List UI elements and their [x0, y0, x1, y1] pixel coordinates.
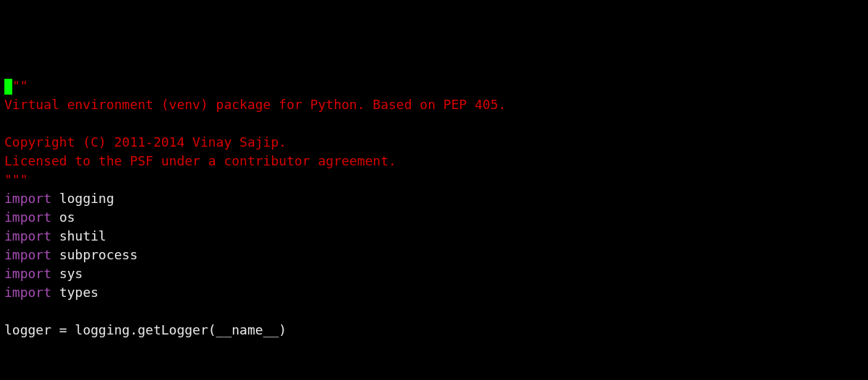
docstring-text: Virtual environment (venv) package for P…	[4, 97, 506, 112]
code-line[interactable]: import types	[4, 283, 864, 302]
code-line[interactable]	[4, 340, 864, 358]
docstring-text: Copyright (C) 2011-2014 Vinay Sajip.	[4, 134, 286, 150]
code-line[interactable]: Copyright (C) 2011-2014 Vinay Sajip.	[4, 133, 864, 152]
module-name: logging	[59, 191, 114, 206]
keyword-import: import	[4, 285, 51, 300]
docstring-quotes: ""	[12, 78, 28, 93]
code-line[interactable]	[4, 114, 864, 133]
keyword-import: import	[4, 247, 51, 262]
code-line[interactable]	[4, 302, 864, 321]
code-line[interactable]: class EnvBuilder:	[4, 377, 864, 380]
cursor	[4, 79, 12, 95]
code-line[interactable]: import shutil	[4, 227, 864, 246]
code-editor[interactable]: ""Virtual environment (venv) package for…	[4, 77, 864, 380]
module-name: subprocess	[59, 247, 137, 262]
code-line[interactable]: import os	[4, 208, 864, 227]
docstring-text: """	[4, 172, 28, 187]
module-name: os	[59, 210, 75, 225]
code-line[interactable]: logger = logging.getLogger(__name__)	[4, 321, 864, 340]
code-line[interactable]: import logging	[4, 189, 864, 208]
code-line[interactable]	[4, 358, 864, 377]
module-name: sys	[59, 266, 83, 281]
docstring-text: Licensed to the PSF under a contributor …	[4, 153, 396, 168]
code-line[interactable]: import subprocess	[4, 246, 864, 264]
code-line[interactable]: """	[4, 170, 864, 189]
code-line[interactable]: Virtual environment (venv) package for P…	[4, 95, 864, 114]
code-line[interactable]: import sys	[4, 264, 864, 283]
expression: logging.getLogger(__name__)	[67, 322, 286, 337]
code-line[interactable]: ""	[4, 77, 864, 95]
module-name: types	[59, 285, 98, 300]
code-line[interactable]: Licensed to the PSF under a contributor …	[4, 152, 864, 170]
identifier: logger	[4, 322, 59, 337]
operator-equals: =	[59, 322, 67, 337]
keyword-import: import	[4, 228, 51, 243]
module-name: shutil	[59, 228, 106, 243]
keyword-import: import	[4, 191, 51, 206]
keyword-import: import	[4, 210, 51, 225]
keyword-import: import	[4, 266, 51, 281]
